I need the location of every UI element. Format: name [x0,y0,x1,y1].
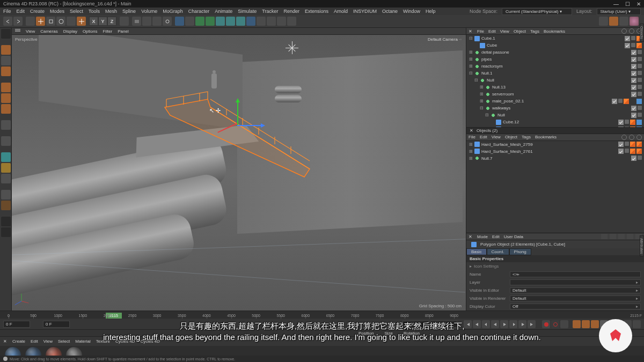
objmenu-tags[interactable]: Tags [530,29,539,34]
matmenu-cycles-4d[interactable]: Cycles 4D [140,339,159,344]
menu-simulate[interactable]: Simulate [238,9,257,14]
redo-button[interactable] [13,17,23,26]
tag-dot-icon[interactable] [625,120,629,124]
expand-toggle[interactable]: ⊞ [469,57,473,62]
menu-select[interactable]: Select [70,9,83,14]
mograph-button[interactable] [236,17,245,26]
undo-button[interactable] [3,17,12,26]
snap-button[interactable] [599,17,608,26]
attr-tab-basic[interactable]: Basic [466,248,487,255]
autokey-button[interactable] [551,320,559,328]
object-row[interactable]: Cube.13 [466,125,644,127]
object-manager-tree[interactable]: ⊟Cube.1Cube⊞detial passone⊞pipes⊞reactor… [466,35,644,127]
object-row[interactable]: ⊟Null.1 [466,70,644,77]
menu-insydium[interactable]: INSYDIUM [353,9,377,14]
objmenu-object[interactable]: Object [505,135,517,139]
locked-tool[interactable] [77,17,86,26]
object-name[interactable]: Cube [487,43,644,48]
object-name[interactable]: walkways [492,106,644,110]
attr-nav-back[interactable] [601,234,608,239]
object-name[interactable]: reactorsym [481,64,644,69]
deformer-button[interactable] [226,17,235,26]
tag-orange-icon[interactable] [630,149,635,154]
tag-check2-icon[interactable] [618,142,624,147]
render-region-button[interactable] [142,17,151,26]
panel-close-icon[interactable]: ✕ [3,339,7,344]
edge-mode-button[interactable] [1,93,11,103]
expand-toggle[interactable]: ⊞ [479,92,484,97]
attr-nav-fwd[interactable] [610,234,616,239]
attr-value-field[interactable]: Default▸ [510,287,641,293]
object-name[interactable]: Null [497,113,644,117]
planar-workplane-button[interactable] [1,227,11,237]
tag-dot-icon[interactable] [631,43,635,47]
tag-check2-icon[interactable] [631,71,636,76]
objmenu-edit[interactable]: Edit [488,29,496,34]
nodespace-dropdown[interactable]: Current (Standard/Physical) ▾ [502,8,572,15]
object-row[interactable]: ⊟Null [466,112,644,119]
close-button[interactable]: ✕ [636,1,641,7]
icon-settings-row[interactable]: ▸ Icon Settings [466,262,644,270]
maximize-button[interactable]: ☐ [625,1,630,7]
picture-viewer-button[interactable] [152,17,162,26]
next-key-button[interactable] [518,320,526,328]
null-button[interactable] [287,17,296,26]
objmenu-bookmarks[interactable]: Bookmarks [544,29,565,34]
move-tool[interactable] [36,17,45,26]
tag-check2-icon[interactable] [631,106,636,111]
palette-button[interactable] [630,17,639,26]
tag-orange-icon[interactable] [630,142,635,147]
expand-toggle[interactable]: ⊞ [469,64,473,69]
attr-value-field[interactable]: ▸ [510,279,641,285]
expand-toggle[interactable]: ⊞ [469,149,473,154]
tag-check2-icon[interactable] [631,64,636,69]
play-forward-button[interactable] [500,320,508,328]
menu-render[interactable]: Render [283,9,299,14]
layout-dropdown[interactable]: Startup (User) ▾ [597,8,641,15]
record-button[interactable] [542,320,550,328]
axis-mode-button[interactable] [1,120,11,130]
workplane2-button[interactable] [619,17,628,26]
panel-close-icon[interactable]: ✕ [469,234,473,239]
objmenu-view[interactable]: View [500,29,509,34]
object-row[interactable]: Cube.12 [466,119,644,125]
snap-2d-button[interactable] [1,174,11,183]
menu-file[interactable]: File [3,9,11,14]
matmenu-texture[interactable]: Texture [96,339,110,344]
tag-check2-icon[interactable] [631,78,636,83]
menu-mograph[interactable]: MoGraph [163,9,183,14]
viewport-menu-icon[interactable] [15,29,20,33]
tag-dot-icon[interactable] [625,127,629,127]
object-row[interactable]: ⊞Hard_Surface_Mesh_2761 [466,148,644,155]
attrmenu-user-data[interactable]: User Data [504,234,523,239]
workplane-mode-button[interactable] [1,67,11,76]
objmenu-view[interactable]: View [492,135,501,139]
keyframe-sel-button[interactable] [560,320,568,328]
side-tab-objects[interactable]: Objects [640,24,644,42]
live-select-tool[interactable] [26,17,35,26]
object-row[interactable]: ⊟Cube.1 [466,35,644,42]
attrmenu-edit[interactable]: Edit [492,234,500,239]
tag-tag-icon[interactable] [630,99,635,104]
objmenu-bookmarks[interactable]: Bookmarks [535,135,557,139]
snap-enable-button[interactable] [1,152,11,162]
tag-check2-icon[interactable] [625,43,630,48]
rot-key-button[interactable] [591,320,599,328]
generator-button[interactable] [195,17,204,26]
objmenu-file[interactable]: File [469,135,475,139]
vp-menu-cameras[interactable]: Cameras [40,29,57,34]
filter-icon[interactable] [629,135,634,140]
scale-tool[interactable] [46,17,55,26]
objmenu-edit[interactable]: Edit [480,135,487,139]
object-row[interactable]: ⊞pipes [466,56,644,63]
minimize-button[interactable]: — [613,1,619,7]
expand-toggle[interactable]: ⊟ [469,36,473,41]
field-button[interactable] [216,17,225,26]
panel-close-icon[interactable]: ✕ [469,29,473,33]
point-mode-button[interactable] [1,83,11,92]
search-icon[interactable] [621,28,627,34]
timeline-ruler[interactable]: 2115 2115 F 0500100015002000250030003500… [0,311,644,319]
end-frame-field[interactable]: 9000 F [402,321,429,328]
timeline-button[interactable] [633,320,641,328]
scene-button[interactable] [277,17,286,26]
